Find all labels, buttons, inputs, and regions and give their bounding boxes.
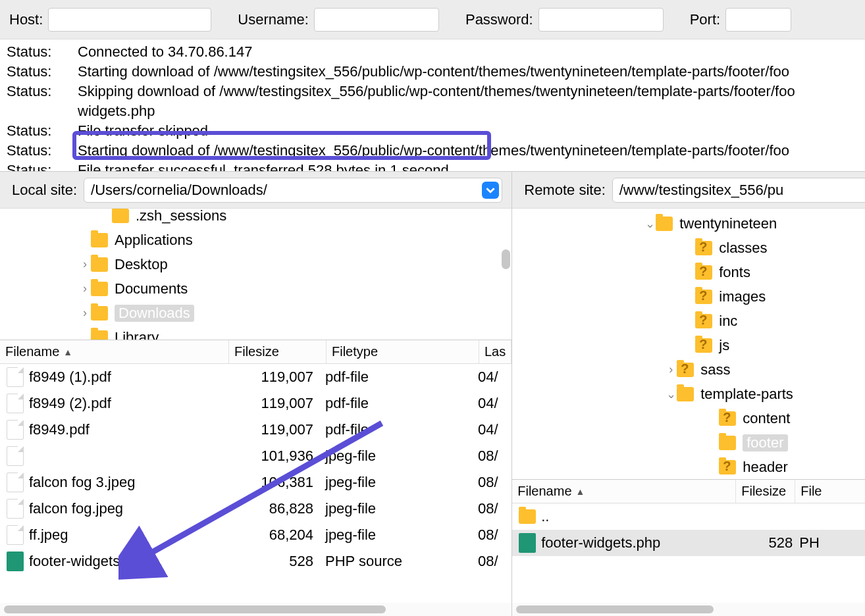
tree-node[interactable]: js bbox=[512, 333, 865, 357]
col-filename[interactable]: Filename bbox=[5, 344, 59, 359]
php-file-icon bbox=[7, 552, 24, 571]
remote-file-list[interactable]: ..footer-widgets.php528PH bbox=[512, 503, 865, 603]
file-icon bbox=[7, 473, 24, 492]
file-icon bbox=[7, 446, 24, 466]
tree-node[interactable]: classes bbox=[512, 236, 865, 260]
tree-node[interactable]: inc bbox=[512, 309, 865, 333]
tree-node[interactable]: content bbox=[512, 406, 865, 430]
port-label: Port: bbox=[690, 11, 720, 28]
local-site-label: Local site: bbox=[12, 182, 77, 199]
username-label: Username: bbox=[238, 11, 309, 28]
tree-node[interactable]: ⌄template-parts bbox=[512, 382, 865, 406]
tree-node[interactable]: ›Downloads bbox=[0, 301, 511, 325]
remote-path-combo[interactable]: /www/testingsitex_556/pu bbox=[612, 178, 865, 203]
local-list-header[interactable]: Filename▲ Filesize Filetype Las bbox=[0, 340, 511, 364]
log-row: widgets.php bbox=[7, 101, 858, 121]
remote-path-value: /www/testingsitex_556/pu bbox=[619, 182, 783, 199]
tree-node[interactable]: footer bbox=[512, 430, 865, 455]
file-icon bbox=[7, 394, 24, 413]
remote-list-header[interactable]: Filename▲ Filesize File bbox=[512, 480, 865, 503]
port-input[interactable] bbox=[725, 8, 791, 32]
tree-node[interactable]: ›Desktop bbox=[0, 252, 511, 276]
log-row: Status:Connected to 34.70.86.147 bbox=[7, 42, 858, 62]
col-filetype[interactable]: File bbox=[800, 484, 822, 499]
chevron-down-icon[interactable] bbox=[482, 182, 499, 199]
file-row[interactable]: f8949.pdf119,007pdf-file04/ bbox=[0, 417, 511, 443]
col-filetype[interactable]: Filetype bbox=[332, 344, 378, 359]
local-tree[interactable]: .zsh_sessionsApplications›Desktop›Docume… bbox=[0, 209, 511, 340]
local-hscroll[interactable] bbox=[0, 603, 511, 616]
password-input[interactable] bbox=[538, 8, 664, 32]
file-row[interactable]: ff.jpeg68,204jpeg-file08/ bbox=[0, 522, 511, 548]
password-label: Password: bbox=[465, 11, 533, 28]
col-lastmod[interactable]: Las bbox=[485, 344, 506, 359]
host-label: Host: bbox=[9, 11, 43, 28]
file-icon bbox=[7, 420, 24, 440]
connection-toolbar: Host: Username: Password: Port: bbox=[0, 0, 865, 39]
remote-hscroll[interactable] bbox=[512, 603, 865, 616]
tree-node[interactable]: fonts bbox=[512, 260, 865, 284]
tree-node[interactable]: header bbox=[512, 455, 865, 479]
remote-site-label: Remote site: bbox=[524, 182, 606, 199]
log-row: Status:File transfer successful, transfe… bbox=[7, 161, 858, 171]
file-icon bbox=[7, 367, 24, 387]
folder-icon bbox=[519, 509, 536, 524]
local-pane: Local site: /Users/cornelia/Downloads/ .… bbox=[0, 171, 512, 616]
file-icon bbox=[7, 525, 24, 545]
file-row[interactable]: f8949 (2).pdf119,007pdf-file04/ bbox=[0, 390, 511, 417]
log-row: Status:Skipping download of /www/testing… bbox=[7, 82, 858, 101]
log-row: Status:File transfer skipped bbox=[7, 121, 858, 141]
file-icon bbox=[7, 499, 24, 519]
remote-pathbar: Remote site: /www/testingsitex_556/pu bbox=[512, 172, 865, 209]
tree-node[interactable]: Applications bbox=[0, 228, 511, 252]
host-input[interactable] bbox=[48, 8, 211, 32]
file-row[interactable]: footer-widgets.php528PHP source08/ bbox=[0, 548, 511, 575]
sort-asc-icon: ▲ bbox=[576, 486, 585, 497]
tree-node[interactable]: ⌄twentynineteen bbox=[512, 211, 865, 236]
log-row: Status:Starting download of /www/testing… bbox=[7, 141, 858, 161]
file-row[interactable]: f8949 (1).pdf119,007pdf-file04/ bbox=[0, 364, 511, 390]
tree-node[interactable]: .zsh_sessions bbox=[0, 209, 511, 228]
file-row[interactable]: .. bbox=[512, 503, 865, 530]
tree-node[interactable]: images bbox=[512, 284, 865, 309]
tree-node[interactable]: ›sass bbox=[512, 357, 865, 382]
tree-node[interactable]: ›Documents bbox=[0, 276, 511, 301]
col-filename[interactable]: Filename bbox=[517, 484, 571, 499]
local-pathbar: Local site: /Users/cornelia/Downloads/ bbox=[0, 172, 511, 209]
file-row[interactable]: falcon fog 3.jpeg106,381jpeg-file08/ bbox=[0, 469, 511, 496]
status-log: Status:Connected to 34.70.86.147Status:S… bbox=[0, 39, 865, 171]
local-path-value: /Users/cornelia/Downloads/ bbox=[91, 182, 267, 199]
file-row[interactable]: falcon fog.jpeg86,828jpeg-file08/ bbox=[0, 496, 511, 522]
php-file-icon bbox=[519, 533, 536, 553]
tree-node[interactable]: Library bbox=[0, 325, 511, 340]
scrollbar-thumb[interactable] bbox=[502, 249, 510, 269]
file-row[interactable]: footer-widgets.php528PH bbox=[512, 530, 865, 556]
remote-tree[interactable]: ⌄twentynineteenclassesfontsimagesincjs›s… bbox=[512, 209, 865, 480]
local-file-list[interactable]: f8949 (1).pdf119,007pdf-file04/f8949 (2)… bbox=[0, 364, 511, 603]
remote-pane: Remote site: /www/testingsitex_556/pu ⌄t… bbox=[512, 171, 865, 616]
sort-asc-icon: ▲ bbox=[63, 347, 72, 357]
file-row[interactable]: 101,936jpeg-file08/ bbox=[0, 443, 511, 469]
username-input[interactable] bbox=[314, 8, 439, 32]
col-filesize[interactable]: Filesize bbox=[234, 344, 279, 359]
local-path-combo[interactable]: /Users/cornelia/Downloads/ bbox=[84, 178, 502, 203]
log-row: Status:Starting download of /www/testing… bbox=[7, 62, 858, 82]
col-filesize[interactable]: Filesize bbox=[741, 484, 786, 499]
